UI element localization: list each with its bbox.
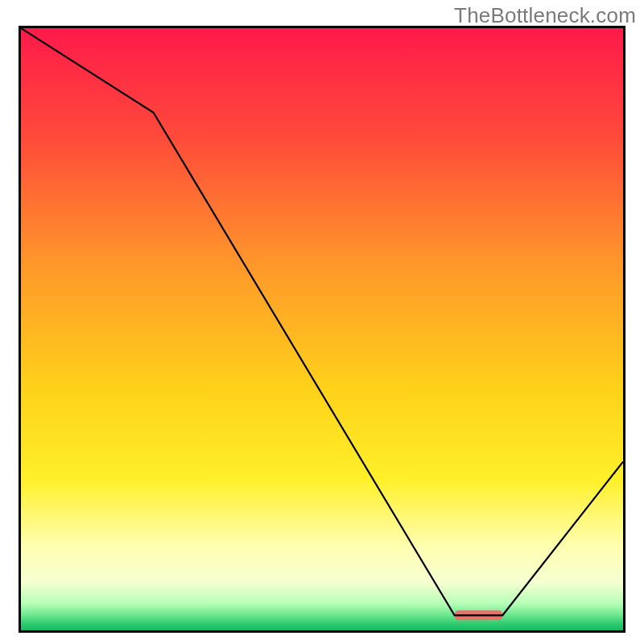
chart-frame: TheBottleneck.com (0, 0, 644, 644)
watermark-text: TheBottleneck.com (454, 3, 636, 28)
plot-area (19, 26, 625, 633)
series-line (21, 28, 623, 615)
series-layer (21, 28, 623, 630)
